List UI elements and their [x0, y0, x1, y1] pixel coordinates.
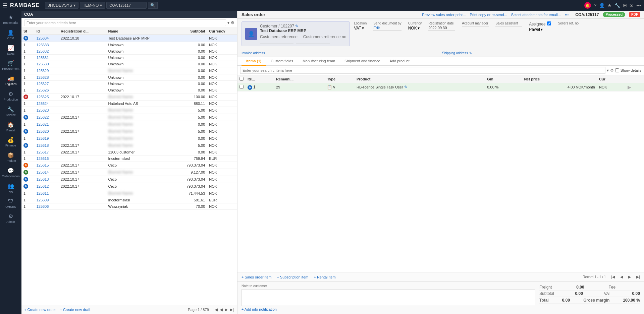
table-row[interactable]: 1 125621 Blurred Name 0.00 NOK	[21, 121, 237, 128]
page-next[interactable]: ▶	[224, 307, 228, 312]
settings-icon[interactable]: 🔧	[614, 3, 620, 8]
tab-shipment[interactable]: Shipment and finance	[340, 57, 385, 66]
table-row[interactable]: 1 125627 Unknown 0.00 NOK	[21, 81, 237, 87]
table-row[interactable]: 1 125631 Unknown 0.00 NOK	[21, 55, 237, 61]
sidebar-item-bookmarks[interactable]: ★ Bookmarks	[0, 12, 21, 27]
records-nav-last[interactable]: ▶|	[636, 275, 640, 279]
sidebar-item-procurement[interactable]: 🛒 Procurement	[0, 58, 21, 73]
add-subscription-button[interactable]: + Subscription item	[277, 275, 309, 279]
add-rental-button[interactable]: + Rental item	[314, 275, 335, 279]
table-row[interactable]: 1 125611 Blurred Name 71,444.53 NOK	[21, 190, 237, 197]
table-row[interactable]: 1 125606 Wawrzyniak 70.00 NOK	[21, 203, 237, 210]
table-row[interactable]: 9 125620 2022.10.17 Blurred Name 5.00 NO…	[21, 128, 237, 135]
table-row[interactable]: 1 125632 Unknown 0.00 NOK	[21, 48, 237, 55]
hamburger-icon[interactable]: ☰	[3, 2, 7, 9]
customer-ref-input[interactable]	[260, 40, 293, 44]
list-search-input[interactable]	[24, 19, 226, 26]
select-attachments-link[interactable]: Select attachments for email...	[511, 13, 561, 17]
sidebar-item-service[interactable]: 🔧 Service	[0, 104, 21, 119]
sidebar-item-crm[interactable]: 👤 CRM	[0, 27, 21, 42]
create-order-button[interactable]: + Create new order	[24, 308, 56, 312]
page-first[interactable]: |◀	[213, 307, 218, 312]
table-row[interactable]: 9 125618 2022.10.17 Blurred Name 5.00 NO…	[21, 142, 237, 149]
grid-icon[interactable]: ⊞	[623, 3, 627, 8]
table-row[interactable]: 1 125609 Incotermslasl 581.61 EUR	[21, 197, 237, 203]
page-last[interactable]: ▶|	[229, 307, 234, 312]
sidebar-item-hr[interactable]: 👥 HR	[0, 181, 21, 196]
preview-print-link[interactable]: Preview sales order print...	[422, 13, 466, 17]
add-notification-button[interactable]: + Add info notification	[241, 307, 535, 311]
notifications-icon[interactable]: 🔔	[584, 2, 591, 9]
show-details-checkbox[interactable]	[615, 68, 619, 72]
page-prev[interactable]: ◀	[219, 307, 223, 312]
nav-search-input[interactable]	[106, 2, 147, 9]
table-row[interactable]: 1 125616 Incotermslasl 759.94 EUR	[21, 155, 237, 162]
filter-icon[interactable]: ▾	[227, 20, 229, 25]
note-box[interactable]	[241, 289, 535, 306]
tab-items[interactable]: Items (1)	[241, 57, 266, 66]
star-icon[interactable]: ★	[607, 3, 612, 8]
sidebar-item-collaboration[interactable]: 💬 Collaboration	[0, 166, 21, 180]
more-actions-link[interactable]: •••	[565, 13, 569, 17]
env1-dropdown[interactable]: JHCDEVSYS ▾	[45, 2, 78, 9]
table-row[interactable]: 1 125628 Unknown 0.00 NOK	[21, 74, 237, 81]
items-filter-icon[interactable]: ▾	[607, 68, 609, 73]
invoice-address-link[interactable]: Invoice address	[241, 51, 265, 55]
send-doc-link[interactable]: Edit	[373, 26, 401, 30]
items-settings-icon[interactable]: ⚙	[610, 68, 614, 73]
table-row[interactable]: 1 125629 Blurred Name 0.00 NOK	[21, 67, 237, 74]
sidebar-item-qhses[interactable]: 🛡 QHSES	[0, 196, 21, 211]
table-row[interactable]: 9 125634 2022.10.18 Test Database ERP MR…	[21, 35, 237, 42]
table-row[interactable]: 1 125617 2022.10.17 11003 customer 0.00 …	[21, 149, 237, 155]
add-so-item-button[interactable]: + Sales order item	[241, 275, 272, 279]
items-search-input[interactable]	[240, 67, 605, 74]
shipping-address-link[interactable]: Shipping address	[442, 51, 468, 55]
item-expand[interactable]: ▶	[626, 83, 644, 91]
sidebar-item-finance[interactable]: 💰 Finance	[0, 135, 21, 149]
table-row[interactable]: 9 125613 2022.10.17 Cec5 793,373.04 NOK	[21, 176, 237, 183]
mail-icon[interactable]: ✉	[630, 3, 634, 8]
table-row[interactable]: 1 125633 Unknown 0.00 NOK	[21, 42, 237, 48]
nav-search-button[interactable]: 🔍	[148, 2, 158, 9]
create-draft-button[interactable]: + Create new draft	[60, 308, 90, 312]
assignee-select[interactable]: Pawel ▾	[529, 27, 551, 32]
table-row[interactable]: 1 125626 Unknown 0.00 NOK	[21, 87, 237, 93]
records-nav-first[interactable]: |◀	[611, 275, 615, 279]
tab-manufacturing[interactable]: Manufacturing team	[298, 57, 340, 66]
records-nav-next[interactable]: ▶	[628, 275, 631, 279]
table-row[interactable]: 9 125625 2022.10.17 Blurred Name 100.00 …	[21, 93, 237, 101]
list-settings-icon[interactable]: ⚙	[231, 20, 234, 25]
table-row[interactable]: 9 1 29 📋 v RB-licence Single Task User	[237, 83, 644, 91]
assignee-checkbox[interactable]	[547, 21, 551, 25]
table-row[interactable]: 1 125623 Blurred Name 5.00 NOK	[21, 107, 237, 114]
tab-custom[interactable]: Custom fields	[266, 57, 298, 66]
sellers-ref-input[interactable]	[558, 26, 585, 30]
customer-ref2-input[interactable]	[296, 40, 330, 44]
table-row[interactable]: 9 125622 2022.10.17 Blurred Name 5.00 NO…	[21, 114, 237, 121]
table-row[interactable]: 1 125619 Blurred Name 0.00 NOK	[21, 135, 237, 142]
sidebar-item-production[interactable]: ⚙ Production	[0, 89, 21, 104]
currency-select[interactable]: NOK ▾	[408, 26, 422, 30]
table-row[interactable]: 9 125614 2022.10.17 Blurred Name 9,127.0…	[21, 169, 237, 176]
sidebar-item-product[interactable]: 📦 Product	[0, 150, 21, 165]
sidebar-item-admin[interactable]: ⚙ Admin	[0, 211, 21, 226]
sidebar-item-sales[interactable]: 📈 Sales	[0, 43, 21, 58]
shipping-edit-icon[interactable]: ✎	[469, 51, 472, 55]
item-product-link[interactable]: ✎	[404, 85, 408, 89]
more-icon[interactable]: •••	[636, 3, 641, 8]
tab-add-product[interactable]: Add product	[385, 57, 414, 66]
item-check[interactable]	[237, 83, 246, 91]
sidebar-item-logistics[interactable]: 🚚 Logistics	[0, 73, 21, 88]
user-icon[interactable]: 👤	[599, 3, 605, 8]
env2-dropdown[interactable]: TEM-NO ▾	[80, 2, 105, 9]
table-row[interactable]: 1 125624 Hatteland Auto AS 880.11 NOK	[21, 101, 237, 107]
help-icon[interactable]: ?	[594, 3, 596, 8]
table-row[interactable]: 1 125630 Unknown 0.00 NOK	[21, 61, 237, 67]
location-select[interactable]: VAT ▾	[354, 26, 367, 30]
records-nav-prev[interactable]: ◀	[620, 275, 623, 279]
sidebar-item-rental[interactable]: 🏠 Rental	[0, 120, 21, 134]
table-row[interactable]: 9 125615 2022.10.17 Cec5 793,373.04 NOK	[21, 162, 237, 169]
select-all-checkbox[interactable]	[239, 77, 244, 81]
print-copy-link[interactable]: Print copy or re-send...	[470, 13, 507, 17]
table-row[interactable]: 9 125612 2022.10.17 Cec5 793,373.04 NOK	[21, 183, 237, 190]
